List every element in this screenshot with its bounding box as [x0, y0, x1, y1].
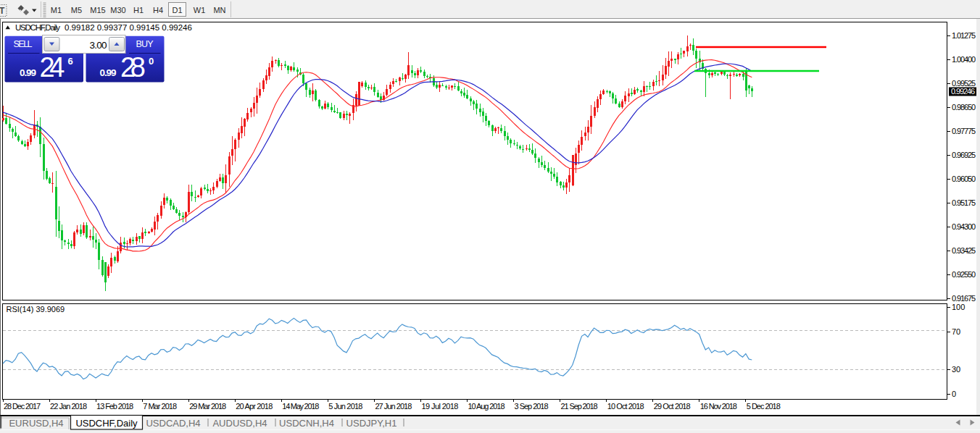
svg-text:0.97775: 0.97775 [952, 127, 976, 135]
svg-text:3.00: 3.00 [90, 40, 107, 51]
svg-text:29 Mar 2018: 29 Mar 2018 [189, 402, 226, 411]
svg-text:29 Oct 2018: 29 Oct 2018 [654, 402, 691, 411]
svg-text:0.92550: 0.92550 [952, 270, 976, 279]
svg-text:14 May 2018: 14 May 2018 [282, 402, 319, 411]
svg-text:0: 0 [952, 390, 956, 398]
svg-text:24: 24 [40, 52, 65, 83]
svg-text:0.99182 0.99377 0.99145 0.9924: 0.99182 0.99377 0.99145 0.99246 [65, 23, 192, 32]
svg-text:D1: D1 [172, 6, 182, 14]
svg-text:7 Mar 2018: 7 Mar 2018 [143, 402, 177, 411]
svg-text:28: 28 [120, 52, 146, 83]
svg-text:USDCHF,Daily: USDCHF,Daily [15, 23, 60, 32]
svg-text:W1: W1 [194, 6, 206, 14]
svg-text:0.96925: 0.96925 [952, 151, 976, 159]
svg-text:21 Sep 2018: 21 Sep 2018 [561, 402, 598, 411]
svg-text:0.99246: 0.99246 [951, 87, 975, 96]
svg-text:28 Dec 2017: 28 Dec 2017 [4, 402, 41, 411]
svg-text:0.94300: 0.94300 [952, 222, 976, 231]
svg-text:USDCNH,H4: USDCNH,H4 [279, 418, 334, 429]
svg-text:1.01275: 1.01275 [952, 31, 976, 40]
svg-text:1.00400: 1.00400 [952, 55, 976, 64]
svg-text:H4: H4 [153, 6, 163, 14]
svg-text:22 Jan 2018: 22 Jan 2018 [50, 402, 87, 411]
svg-text:0: 0 [149, 56, 154, 67]
svg-text:0.91675: 0.91675 [952, 294, 976, 303]
svg-text:H1: H1 [133, 6, 144, 14]
svg-text:0.95175: 0.95175 [952, 198, 976, 207]
svg-text:0.98650: 0.98650 [952, 103, 976, 112]
svg-text:EURUSD,H4: EURUSD,H4 [9, 418, 63, 429]
svg-text:MN: MN [213, 6, 225, 14]
svg-text:10 Oct 2018: 10 Oct 2018 [607, 402, 644, 411]
svg-text:0.96050: 0.96050 [952, 175, 976, 183]
svg-text:M15: M15 [90, 6, 105, 14]
svg-text:30: 30 [952, 365, 960, 374]
svg-text:16 Nov 2018: 16 Nov 2018 [700, 402, 737, 411]
svg-text:5 Dec 2018: 5 Dec 2018 [747, 402, 781, 411]
svg-text:3 Sep 2018: 3 Sep 2018 [515, 402, 549, 411]
svg-text:USDJPY,H1: USDJPY,H1 [346, 418, 397, 429]
svg-text:T: T [0, 6, 5, 16]
svg-text:0.99: 0.99 [20, 67, 36, 78]
svg-text:USDCAD,H4: USDCAD,H4 [146, 418, 200, 429]
svg-text:RSI(14) 39.9069: RSI(14) 39.9069 [7, 305, 65, 314]
svg-text:M30: M30 [110, 6, 125, 14]
svg-text:20 Apr 2018: 20 Apr 2018 [236, 402, 273, 411]
svg-text:SELL: SELL [14, 39, 33, 49]
svg-text:USDCHF,Daily: USDCHF,Daily [75, 418, 138, 429]
svg-text:M5: M5 [71, 6, 82, 14]
svg-text:70: 70 [952, 327, 960, 336]
svg-text:5 Jun 2018: 5 Jun 2018 [328, 402, 362, 411]
svg-text:0.99: 0.99 [100, 67, 117, 78]
svg-text:13 Feb 2018: 13 Feb 2018 [96, 402, 133, 411]
svg-text:BUY: BUY [136, 39, 154, 49]
svg-text:19 Jul 2018: 19 Jul 2018 [421, 402, 458, 411]
svg-text:AUDUSD,H4: AUDUSD,H4 [212, 418, 267, 429]
svg-text:M1: M1 [51, 6, 62, 14]
svg-text:6: 6 [68, 56, 73, 67]
svg-text:0.93425: 0.93425 [952, 246, 976, 255]
svg-text:27 Jun 2018: 27 Jun 2018 [375, 402, 412, 411]
svg-text:100: 100 [952, 303, 965, 311]
svg-text:10 Aug 2018: 10 Aug 2018 [468, 402, 505, 411]
